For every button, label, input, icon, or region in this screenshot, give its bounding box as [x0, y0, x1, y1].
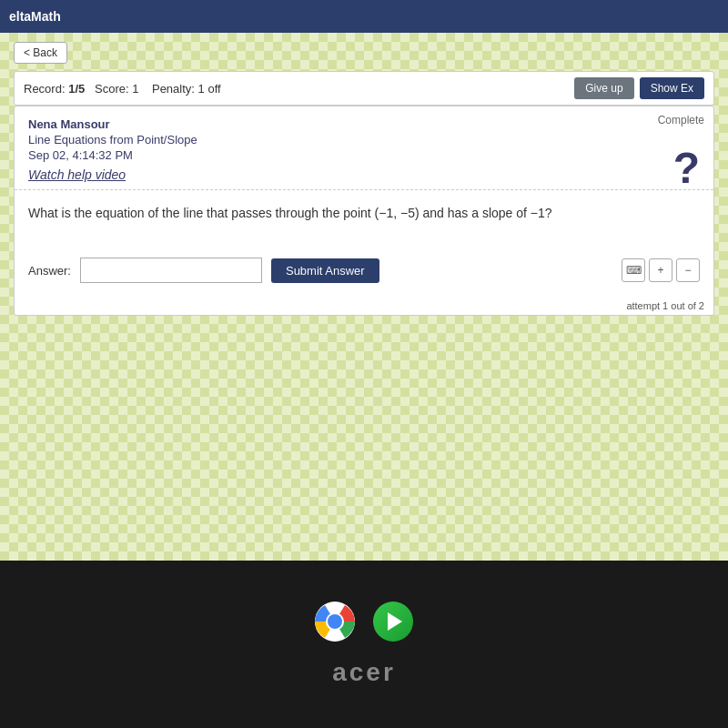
date-time: Sep 02, 4:14:32 PM: [28, 148, 700, 162]
show-ex-button[interactable]: Show Ex: [640, 77, 704, 99]
question-container: Complete ? Nena Mansour Line Equations f…: [14, 106, 714, 316]
submit-button[interactable]: Submit Answer: [271, 258, 379, 283]
action-buttons: Give up Show Ex: [574, 77, 704, 99]
answer-label: Answer:: [28, 264, 71, 278]
question-header: Nena Mansour Line Equations from Point/S…: [15, 106, 713, 190]
record-value: 1/5: [68, 82, 85, 96]
keyboard-icon[interactable]: ⌨: [622, 258, 645, 282]
question-text: What is the equation of the line that pa…: [28, 204, 700, 223]
student-name: Nena Mansour: [28, 117, 700, 131]
topic-name: Line Equations from Point/Slope: [28, 133, 700, 147]
taskbar-icons: [315, 602, 413, 642]
penalty-label: Penalty:: [152, 82, 195, 96]
minus-icon[interactable]: −: [676, 258, 700, 282]
taskbar: acer: [0, 561, 728, 728]
watch-help-link[interactable]: Watch help video: [28, 167, 700, 182]
complete-label: Complete: [658, 114, 704, 126]
chrome-icon[interactable]: [315, 602, 355, 642]
score-value: 1: [132, 82, 138, 96]
play-triangle: [388, 612, 402, 631]
acer-logo: acer: [332, 658, 396, 687]
svg-point-2: [328, 614, 342, 629]
give-up-button[interactable]: Give up: [574, 77, 633, 99]
attempt-text: attempt 1 out of 2: [15, 297, 713, 315]
question-body: What is the equation of the line that pa…: [15, 190, 713, 250]
question-mark-icon: ?: [673, 143, 700, 193]
back-button[interactable]: < Back: [14, 42, 67, 64]
main-area: < Back Record: 1/5 Score: 1 Penalty: 1 o…: [0, 33, 728, 561]
top-bar: eltaMath: [0, 0, 728, 33]
score-label: Score:: [95, 82, 129, 96]
play-icon[interactable]: [373, 602, 413, 642]
record-bar: Record: 1/5 Score: 1 Penalty: 1 off Give…: [14, 71, 714, 106]
answer-input[interactable]: [80, 258, 262, 283]
plus-icon[interactable]: +: [649, 258, 672, 282]
record-label: Record:: [24, 82, 66, 96]
icon-group: ⌨ + −: [622, 258, 700, 282]
penalty-value: 1 off: [198, 82, 221, 96]
app-title: eltaMath: [9, 9, 61, 24]
record-info: Record: 1/5 Score: 1 Penalty: 1 off: [24, 82, 221, 96]
answer-row: Answer: Submit Answer ⌨ + −: [15, 250, 713, 297]
